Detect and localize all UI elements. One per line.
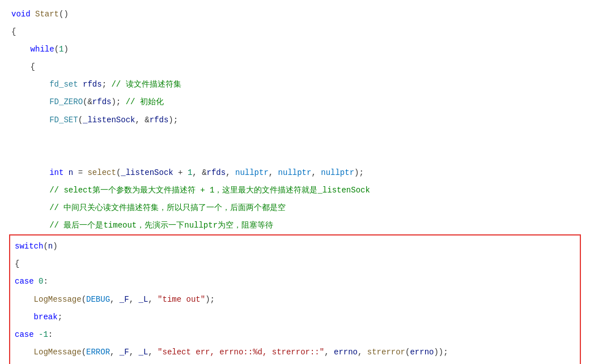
code-line-2: { (0, 23, 590, 41)
case-0-log: LogMessage(DEBUG, _F, _L, "time out"); (15, 291, 575, 309)
code-line-1: void Start() (0, 6, 590, 23)
case-neg1-label: case -1: (15, 326, 575, 344)
code-line-10: int n = select(_listenSock + 1, &rfds, n… (0, 164, 590, 182)
code-container: void Start() { while(1) { fd_set rfds; /… (0, 0, 590, 364)
case-0-label: case 0: (15, 273, 575, 290)
case-neg1-log: LogMessage(ERROR, _F, _L, "select err, e… (15, 344, 575, 361)
code-line-3: while(1) (0, 41, 590, 58)
switch-inner: switch(n) { case 0: LogMessage(DEBUG, _F… (10, 238, 580, 364)
case-neg1-break: break; (15, 361, 575, 364)
switch-line: switch(n) (15, 238, 575, 255)
code-line-13: // 最后一个是timeout，先演示一下nullptr为空，阻塞等待 (0, 217, 590, 234)
code-line-7: FD_SET(_listenSock, &rfds); (0, 112, 590, 129)
code-line-4: { (0, 58, 590, 76)
code-line-8 (0, 129, 590, 147)
code-line-11: // select第一个参数为最大文件描述符 + 1，这里最大的文件描述符就是_… (0, 182, 590, 199)
code-line-6: FD_ZERO(&rfds); // 初始化 (0, 93, 590, 111)
code-line-9 (0, 147, 590, 164)
code-line-5: fd_set rfds; // 读文件描述符集 (0, 76, 590, 93)
switch-block-highlight: switch(n) { case 0: LogMessage(DEBUG, _F… (9, 234, 581, 364)
switch-open: { (15, 255, 575, 273)
code-line-12: // 中间只关心读文件描述符集，所以只搞了一个，后面两个都是空 (0, 199, 590, 217)
case-0-break: break; (15, 309, 575, 326)
